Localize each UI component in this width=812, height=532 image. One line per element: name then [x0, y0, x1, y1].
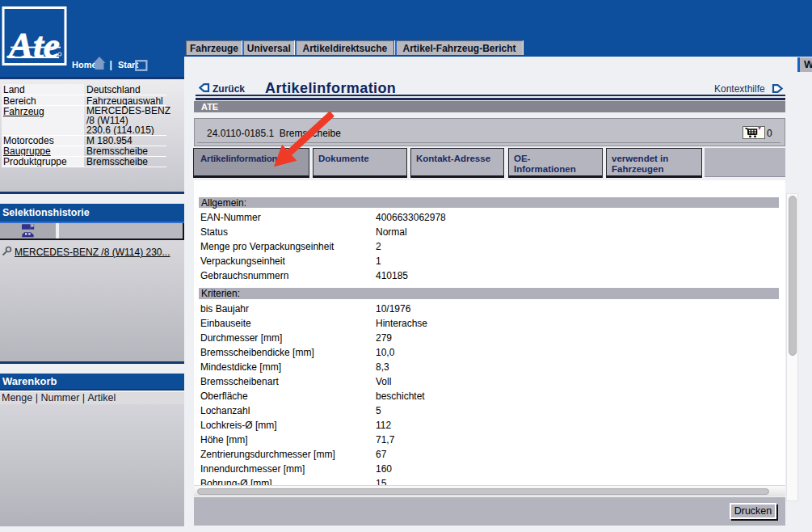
svg-text:Ate: Ate: [6, 26, 60, 65]
